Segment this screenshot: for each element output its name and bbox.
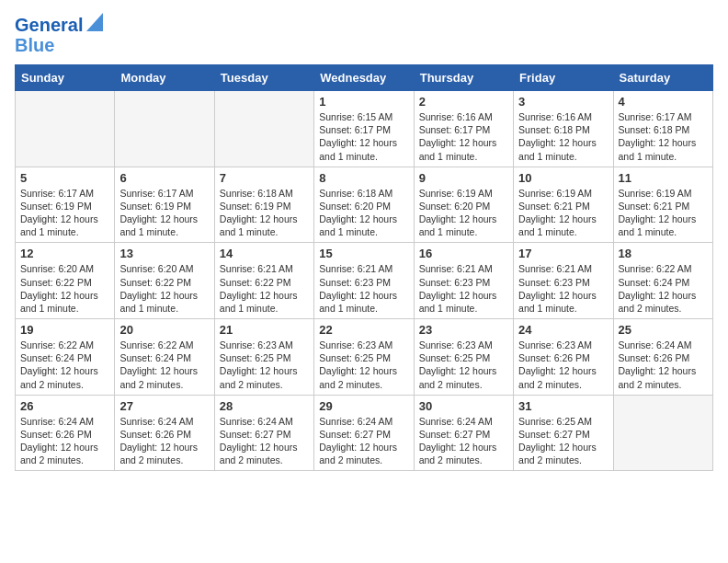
day-info: Sunrise: 6:23 AM Sunset: 6:25 PM Dayligh…	[220, 339, 309, 391]
day-info: Sunrise: 6:19 AM Sunset: 6:21 PM Dayligh…	[518, 187, 608, 239]
page-header: General Blue	[15, 15, 713, 55]
calendar-cell: 14Sunrise: 6:21 AM Sunset: 6:22 PM Dayli…	[214, 243, 313, 319]
day-number: 13	[119, 247, 209, 260]
day-number: 22	[319, 323, 408, 337]
day-info: Sunrise: 6:17 AM Sunset: 6:19 PM Dayligh…	[119, 187, 209, 239]
day-info: Sunrise: 6:24 AM Sunset: 6:27 PM Dayligh…	[419, 415, 508, 467]
calendar-cell: 19Sunrise: 6:22 AM Sunset: 6:24 PM Dayli…	[16, 319, 115, 396]
calendar-week-row: 12Sunrise: 6:20 AM Sunset: 6:22 PM Dayli…	[16, 243, 713, 319]
day-number: 24	[518, 323, 608, 337]
calendar-table: SundayMondayTuesdayWednesdayThursdayFrid…	[15, 64, 713, 471]
day-header-wednesday: Wednesday	[314, 65, 414, 91]
day-info: Sunrise: 6:15 AM Sunset: 6:17 PM Dayligh…	[319, 110, 408, 163]
calendar-cell: 25Sunrise: 6:24 AM Sunset: 6:26 PM Dayli…	[613, 319, 712, 396]
day-info: Sunrise: 6:22 AM Sunset: 6:24 PM Dayligh…	[619, 262, 708, 315]
day-number: 3	[518, 95, 608, 109]
calendar-cell: 17Sunrise: 6:21 AM Sunset: 6:23 PM Dayli…	[514, 243, 613, 319]
day-number: 31	[518, 399, 608, 413]
calendar-cell: 3Sunrise: 6:16 AM Sunset: 6:18 PM Daylig…	[514, 91, 613, 167]
calendar-cell: 31Sunrise: 6:25 AM Sunset: 6:27 PM Dayli…	[514, 395, 613, 471]
day-info: Sunrise: 6:23 AM Sunset: 6:26 PM Dayligh…	[518, 339, 608, 391]
calendar-cell: 16Sunrise: 6:21 AM Sunset: 6:23 PM Dayli…	[414, 243, 513, 319]
day-info: Sunrise: 6:16 AM Sunset: 6:17 PM Dayligh…	[419, 110, 508, 163]
day-header-sunday: Sunday	[16, 65, 115, 91]
day-info: Sunrise: 6:21 AM Sunset: 6:23 PM Dayligh…	[518, 262, 608, 315]
calendar-cell	[115, 91, 214, 167]
day-number: 29	[319, 399, 408, 413]
calendar-week-row: 5Sunrise: 6:17 AM Sunset: 6:19 PM Daylig…	[16, 167, 713, 243]
day-number: 11	[619, 171, 708, 185]
calendar-cell: 11Sunrise: 6:19 AM Sunset: 6:21 PM Dayli…	[613, 167, 712, 243]
day-number: 14	[220, 247, 309, 260]
day-number: 23	[419, 323, 508, 337]
day-number: 12	[20, 247, 109, 260]
calendar-cell: 26Sunrise: 6:24 AM Sunset: 6:26 PM Dayli…	[16, 395, 115, 471]
day-info: Sunrise: 6:24 AM Sunset: 6:26 PM Dayligh…	[619, 339, 708, 391]
calendar-cell	[16, 91, 115, 167]
day-info: Sunrise: 6:24 AM Sunset: 6:27 PM Dayligh…	[319, 415, 408, 467]
day-info: Sunrise: 6:18 AM Sunset: 6:20 PM Dayligh…	[319, 187, 408, 239]
day-info: Sunrise: 6:25 AM Sunset: 6:27 PM Dayligh…	[518, 415, 608, 467]
day-number: 2	[419, 95, 508, 109]
logo: General Blue	[15, 15, 103, 55]
day-number: 26	[20, 399, 109, 413]
calendar-cell: 21Sunrise: 6:23 AM Sunset: 6:25 PM Dayli…	[214, 319, 313, 396]
day-number: 4	[619, 95, 708, 109]
calendar-cell	[214, 91, 313, 167]
day-info: Sunrise: 6:19 AM Sunset: 6:20 PM Dayligh…	[419, 187, 508, 239]
day-info: Sunrise: 6:18 AM Sunset: 6:19 PM Dayligh…	[220, 187, 309, 239]
day-number: 15	[319, 247, 408, 260]
calendar-cell: 6Sunrise: 6:17 AM Sunset: 6:19 PM Daylig…	[115, 167, 214, 243]
calendar-cell: 24Sunrise: 6:23 AM Sunset: 6:26 PM Dayli…	[514, 319, 613, 396]
day-number: 6	[119, 171, 209, 185]
day-info: Sunrise: 6:21 AM Sunset: 6:23 PM Dayligh…	[419, 262, 508, 315]
day-info: Sunrise: 6:17 AM Sunset: 6:18 PM Dayligh…	[619, 110, 708, 163]
svg-marker-0	[86, 13, 103, 31]
day-number: 9	[419, 171, 508, 185]
day-info: Sunrise: 6:23 AM Sunset: 6:25 PM Dayligh…	[419, 339, 508, 391]
calendar-cell: 5Sunrise: 6:17 AM Sunset: 6:19 PM Daylig…	[16, 167, 115, 243]
calendar-cell: 23Sunrise: 6:23 AM Sunset: 6:25 PM Dayli…	[414, 319, 513, 396]
calendar-cell: 7Sunrise: 6:18 AM Sunset: 6:19 PM Daylig…	[214, 167, 313, 243]
day-number: 5	[20, 171, 109, 185]
day-header-monday: Monday	[115, 65, 214, 91]
calendar-cell: 28Sunrise: 6:24 AM Sunset: 6:27 PM Dayli…	[214, 395, 313, 471]
day-info: Sunrise: 6:22 AM Sunset: 6:24 PM Dayligh…	[119, 339, 209, 391]
calendar-cell	[613, 395, 712, 471]
calendar-cell: 22Sunrise: 6:23 AM Sunset: 6:25 PM Dayli…	[314, 319, 414, 396]
day-number: 16	[419, 247, 508, 260]
day-number: 25	[619, 323, 708, 337]
calendar-week-row: 26Sunrise: 6:24 AM Sunset: 6:26 PM Dayli…	[16, 395, 713, 471]
day-header-tuesday: Tuesday	[214, 65, 313, 91]
day-number: 20	[119, 323, 209, 337]
day-info: Sunrise: 6:17 AM Sunset: 6:19 PM Dayligh…	[20, 187, 109, 239]
calendar-cell: 4Sunrise: 6:17 AM Sunset: 6:18 PM Daylig…	[613, 91, 712, 167]
calendar-cell: 2Sunrise: 6:16 AM Sunset: 6:17 PM Daylig…	[414, 91, 513, 167]
day-header-saturday: Saturday	[613, 65, 712, 91]
day-info: Sunrise: 6:24 AM Sunset: 6:26 PM Dayligh…	[119, 415, 209, 467]
calendar-cell: 27Sunrise: 6:24 AM Sunset: 6:26 PM Dayli…	[115, 395, 214, 471]
day-info: Sunrise: 6:24 AM Sunset: 6:26 PM Dayligh…	[20, 415, 109, 467]
day-number: 18	[619, 247, 708, 260]
day-info: Sunrise: 6:19 AM Sunset: 6:21 PM Dayligh…	[619, 187, 708, 239]
calendar-cell: 29Sunrise: 6:24 AM Sunset: 6:27 PM Dayli…	[314, 395, 414, 471]
day-info: Sunrise: 6:20 AM Sunset: 6:22 PM Dayligh…	[20, 262, 109, 315]
calendar-cell: 10Sunrise: 6:19 AM Sunset: 6:21 PM Dayli…	[514, 167, 613, 243]
calendar-header-row: SundayMondayTuesdayWednesdayThursdayFrid…	[16, 65, 713, 91]
calendar-cell: 30Sunrise: 6:24 AM Sunset: 6:27 PM Dayli…	[414, 395, 513, 471]
day-number: 10	[518, 171, 608, 185]
calendar-week-row: 1Sunrise: 6:15 AM Sunset: 6:17 PM Daylig…	[16, 91, 713, 167]
day-info: Sunrise: 6:23 AM Sunset: 6:25 PM Dayligh…	[319, 339, 408, 391]
calendar-cell: 1Sunrise: 6:15 AM Sunset: 6:17 PM Daylig…	[314, 91, 414, 167]
logo-text-line1: General	[15, 15, 83, 35]
logo-icon	[86, 13, 103, 31]
calendar-cell: 13Sunrise: 6:20 AM Sunset: 6:22 PM Dayli…	[115, 243, 214, 319]
calendar-cell: 8Sunrise: 6:18 AM Sunset: 6:20 PM Daylig…	[314, 167, 414, 243]
day-info: Sunrise: 6:22 AM Sunset: 6:24 PM Dayligh…	[20, 339, 109, 391]
calendar-cell: 9Sunrise: 6:19 AM Sunset: 6:20 PM Daylig…	[414, 167, 513, 243]
day-number: 27	[119, 399, 209, 413]
logo-text-line2: Blue	[15, 35, 54, 55]
day-info: Sunrise: 6:21 AM Sunset: 6:23 PM Dayligh…	[319, 262, 408, 315]
day-number: 21	[220, 323, 309, 337]
day-number: 17	[518, 247, 608, 260]
